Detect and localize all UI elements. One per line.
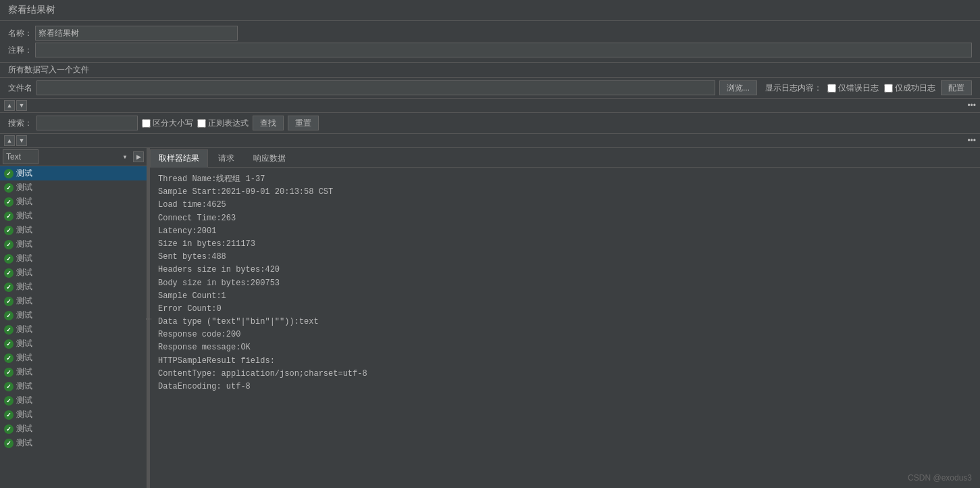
file-input[interactable] <box>36 80 715 95</box>
regex-checkbox[interactable] <box>197 119 206 128</box>
sample-status-icon <box>4 396 14 406</box>
result-content: Thread Name:线程组 1-37Sample Start:2021-09… <box>150 168 980 488</box>
sample-status-icon <box>4 197 14 207</box>
bottom-divider-arrows: ▲ ▼ <box>4 135 27 146</box>
comment-row: 注释： <box>8 43 972 57</box>
sample-item[interactable]: 测试 <box>0 322 147 337</box>
sample-status-icon <box>4 254 14 264</box>
case-sensitive-checkbox[interactable] <box>142 119 151 128</box>
case-sensitive-label[interactable]: 区分大小写 <box>142 118 193 129</box>
content-area: Text HTML JSON XML RegExp ▶ 测试测试测试测试测试测试… <box>0 148 980 488</box>
sample-item[interactable]: 测试 <box>0 166 147 180</box>
comment-input[interactable] <box>35 43 972 57</box>
title-text: 察看结果树 <box>8 4 55 15</box>
search-row: 搜索： 区分大小写 正则表达式 查找 重置 <box>0 113 980 134</box>
sample-item[interactable]: 测试 <box>0 351 147 365</box>
sample-item[interactable]: 测试 <box>0 422 147 436</box>
file-label: 文件名 <box>8 82 32 94</box>
name-label: 名称： <box>8 28 35 39</box>
sample-status-icon <box>4 183 14 193</box>
result-line: Connect Time:263 <box>158 212 972 225</box>
search-label: 搜索： <box>8 118 32 129</box>
success-log-label[interactable]: 仅成功日志 <box>884 82 935 94</box>
sample-item[interactable]: 测试 <box>0 280 147 294</box>
sample-status-icon <box>4 297 14 306</box>
sample-item[interactable]: 测试 <box>0 223 147 237</box>
sample-name: 测试 <box>16 281 32 293</box>
regex-label[interactable]: 正则表达式 <box>197 118 249 129</box>
sample-item[interactable]: 测试 <box>0 408 147 422</box>
sample-name: 测试 <box>16 338 32 349</box>
error-log-label[interactable]: 仅错误日志 <box>827 82 879 94</box>
top-divider-row: ▲ ▼ ••• <box>0 99 980 113</box>
sample-status-icon <box>4 368 14 377</box>
sample-item[interactable]: 测试 <box>0 379 147 393</box>
sample-name: 测试 <box>16 182 32 193</box>
up-arrow-button[interactable]: ▲ <box>4 100 15 111</box>
result-line: Size in bytes:211173 <box>158 238 972 251</box>
sample-name: 测试 <box>16 381 32 392</box>
top-dots-button[interactable]: ••• <box>967 101 976 110</box>
name-input[interactable] <box>35 26 238 41</box>
success-log-checkbox[interactable] <box>884 84 893 93</box>
result-line: Sent bytes:488 <box>158 251 972 264</box>
sample-name: 测试 <box>16 196 32 208</box>
sample-status-icon <box>4 439 14 448</box>
sample-name: 测试 <box>16 239 32 250</box>
result-line: ContentType: application/json;charset=ut… <box>158 368 972 381</box>
search-input[interactable] <box>36 116 138 130</box>
sample-item[interactable]: 测试 <box>0 195 147 209</box>
sample-status-icon <box>4 169 14 178</box>
down-arrow-button[interactable]: ▼ <box>16 100 27 111</box>
bottom-up-arrow-button[interactable]: ▲ <box>4 135 15 146</box>
sample-name: 测试 <box>16 224 32 236</box>
sample-item[interactable]: 测试 <box>0 294 147 308</box>
text-format-dropdown[interactable]: Text HTML JSON XML RegExp <box>3 149 38 164</box>
sample-item[interactable]: 测试 <box>0 251 147 266</box>
name-row: 名称： <box>8 26 972 41</box>
sample-status-icon <box>4 283 14 292</box>
sample-item[interactable]: 测试 <box>0 308 147 322</box>
tab-取样器结果[interactable]: 取样器结果 <box>150 149 208 168</box>
left-panel: Text HTML JSON XML RegExp ▶ 测试测试测试测试测试测试… <box>0 148 147 488</box>
divider-arrows: ▲ ▼ <box>4 100 27 111</box>
sample-name: 测试 <box>16 267 32 278</box>
sample-item[interactable]: 测试 <box>0 237 147 251</box>
sample-item[interactable]: 测试 <box>0 337 147 351</box>
window-title: 察看结果树 <box>0 0 980 21</box>
sample-item[interactable]: 测试 <box>0 266 147 280</box>
result-line: HTTPSampleResult fields: <box>158 355 972 368</box>
sample-item[interactable]: 测试 <box>0 209 147 223</box>
sample-status-icon <box>4 353 14 363</box>
browse-button[interactable]: 浏览... <box>719 80 757 95</box>
bottom-down-arrow-button[interactable]: ▼ <box>16 135 27 146</box>
sample-list: 测试测试测试测试测试测试测试测试测试测试测试测试测试测试测试测试测试测试测试测试 <box>0 166 147 488</box>
form-section: 名称： 注释： <box>0 21 980 63</box>
tab-响应数据[interactable]: 响应数据 <box>244 149 294 167</box>
all-data-row: 所有数据写入一个文件 <box>0 63 980 78</box>
result-line: Body size in bytes:200753 <box>158 277 972 290</box>
sample-item[interactable]: 测试 <box>0 393 147 408</box>
watermark: CSDN @exodus3 <box>908 473 972 483</box>
result-line: Sample Count:1 <box>158 290 972 303</box>
config-button[interactable]: 配置 <box>941 80 972 95</box>
bottom-dots-button[interactable]: ••• <box>967 136 976 145</box>
reset-button[interactable]: 重置 <box>288 116 319 130</box>
sample-name: 测试 <box>16 395 32 406</box>
sample-name: 测试 <box>16 437 32 449</box>
sample-item[interactable]: 测试 <box>0 436 147 450</box>
search-button[interactable]: 查找 <box>253 116 284 130</box>
sample-name: 测试 <box>16 366 32 378</box>
sample-item[interactable]: 测试 <box>0 180 147 195</box>
sample-item[interactable]: 测试 <box>0 365 147 379</box>
tab-请求[interactable]: 请求 <box>209 149 243 167</box>
sample-name: 测试 <box>16 253 32 264</box>
resize-dots-icon: ⋮ <box>145 316 153 321</box>
resize-handle[interactable]: ⋮ <box>147 148 150 488</box>
sample-status-icon <box>4 410 14 420</box>
result-line: Error Count:0 <box>158 303 972 316</box>
result-line: Response message:OK <box>158 341 972 354</box>
error-log-checkbox[interactable] <box>827 84 836 93</box>
sample-status-icon <box>4 325 14 335</box>
panel-nav-button[interactable]: ▶ <box>133 151 144 162</box>
